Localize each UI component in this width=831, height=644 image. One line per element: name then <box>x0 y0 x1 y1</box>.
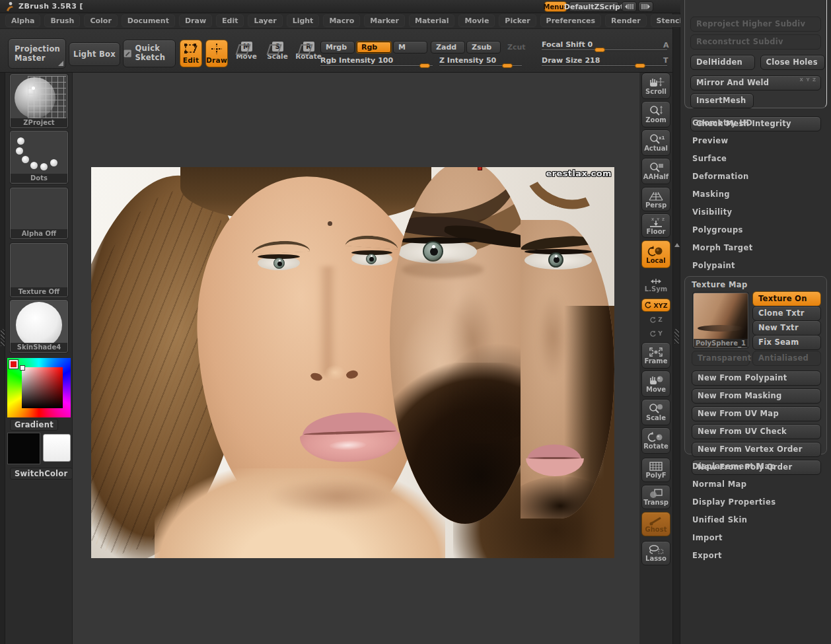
y-rotate-button[interactable]: Y <box>641 328 670 340</box>
menu-preferences[interactable]: Preferences <box>540 15 601 27</box>
section-import[interactable]: Import <box>684 528 827 546</box>
main-color-swatch[interactable] <box>7 433 40 464</box>
close-holes-button[interactable]: Close Holes <box>760 55 825 70</box>
draw-size-track[interactable] <box>542 65 667 66</box>
section-display-properties[interactable]: Display Properties <box>684 493 827 511</box>
zoom-button[interactable]: Zoom <box>641 101 670 127</box>
menu-alpha[interactable]: Alpha <box>5 15 40 27</box>
rgb-intensity-track[interactable] <box>320 65 433 66</box>
document-canvas[interactable]: erestlax.com <box>91 167 614 558</box>
aahalf-button[interactable]: AAHalf <box>641 158 670 184</box>
section-polypaint[interactable]: Polypaint <box>684 256 827 274</box>
z-rotate-button[interactable]: Z <box>641 314 670 326</box>
default-zscript-button[interactable]: DefaultZScript <box>569 1 619 12</box>
menu-document[interactable]: Document <box>122 15 175 27</box>
section-geometry-hd[interactable]: Geometry HD <box>684 114 827 131</box>
section-displacement-map[interactable]: Displacement Map <box>684 457 827 475</box>
rgb-intensity-handle[interactable] <box>419 63 430 68</box>
current-material-thumbnail[interactable]: SkinShade4 <box>10 300 68 353</box>
insertmesh-button[interactable]: InsertMesh <box>690 93 754 108</box>
section-surface[interactable]: Surface <box>684 149 827 167</box>
actual-button[interactable]: x1 Actual <box>641 129 670 156</box>
menu-layer[interactable]: Layer <box>248 15 282 27</box>
left-strip-grip[interactable] <box>1 329 5 346</box>
sv-cursor[interactable] <box>20 365 25 371</box>
z-intensity-handle[interactable] <box>502 63 513 68</box>
tray-scroll-left-button[interactable] <box>622 1 637 12</box>
section-export[interactable]: Export <box>684 546 827 564</box>
menu-light[interactable]: Light <box>287 15 320 27</box>
color-picker[interactable] <box>7 358 71 417</box>
new-txtr-button[interactable]: New Txtr <box>752 320 821 336</box>
menu-picker[interactable]: Picker <box>499 15 536 27</box>
secondary-color-swatch[interactable] <box>43 434 71 462</box>
menu-draw[interactable]: Draw <box>179 15 212 27</box>
section-morph-target[interactable]: Morph Target <box>684 238 827 256</box>
edit-button[interactable]: Edit <box>180 40 202 67</box>
lasso-button[interactable]: Lasso <box>641 541 670 565</box>
transp-button[interactable]: Transp <box>641 485 670 509</box>
rgb-button[interactable]: Rgb <box>356 41 392 54</box>
new-from-vertex-order-button[interactable]: New From Vertex Order <box>692 442 821 457</box>
focal-shift-slider[interactable]: Focal Shift 0 <box>542 40 667 52</box>
menu-movie[interactable]: Movie <box>458 15 495 27</box>
right-divider[interactable] <box>672 13 680 644</box>
transparent-button[interactable]: Transparent <box>692 351 750 366</box>
light-box-button[interactable]: Light Box <box>69 42 120 66</box>
xyz-button[interactable]: XYZ <box>641 299 670 312</box>
polyf-button[interactable]: PolyF <box>641 458 670 482</box>
new-from-uv-map-button[interactable]: New From UV Map <box>692 406 821 421</box>
focal-shift-handle[interactable] <box>595 48 605 52</box>
zadd-button[interactable]: Zadd <box>431 41 465 54</box>
gradient-label[interactable]: Gradient <box>10 419 58 431</box>
menu-macro[interactable]: Macro <box>323 15 360 27</box>
section-normal-map[interactable]: Normal Map <box>684 475 827 493</box>
menu-edit[interactable]: Edit <box>216 15 244 27</box>
delhidden-button[interactable]: DelHidden <box>690 55 755 70</box>
menu-material[interactable]: Material <box>409 15 454 27</box>
menu-marker[interactable]: Marker <box>364 15 405 27</box>
fix-seam-button[interactable]: Fix Seam <box>752 335 821 350</box>
new-from-masking-button[interactable]: New From Masking <box>692 388 821 404</box>
draw-size-slider[interactable]: Draw Size 218 <box>542 55 667 68</box>
scale-3d-button[interactable]: Scale <box>641 399 670 425</box>
reproject-higher-subdiv-button[interactable]: Reproject Higher Subdiv <box>690 17 821 32</box>
tray-scroll-right-button[interactable] <box>638 1 653 12</box>
section-visibility[interactable]: Visibility <box>684 203 827 221</box>
menu-color[interactable]: Color <box>84 15 117 27</box>
current-texture-thumbnail[interactable]: Texture Off <box>10 243 68 297</box>
document-area[interactable]: erestlax.com <box>73 73 639 644</box>
current-alpha-thumbnail[interactable]: Alpha Off <box>10 188 68 239</box>
zsub-button[interactable]: Zsub <box>466 41 501 54</box>
frame-button[interactable]: Frame <box>641 342 670 369</box>
antialiased-button[interactable]: Antialiased <box>752 351 821 366</box>
quick-sketch-button[interactable]: Quick Sketch <box>123 40 176 67</box>
scroll-button[interactable]: Scroll <box>641 73 670 99</box>
menu-render[interactable]: Render <box>605 15 647 27</box>
new-from-polypaint-button[interactable]: New From Polypaint <box>692 371 821 386</box>
new-from-uv-check-button[interactable]: New From UV Check <box>692 424 821 439</box>
texture-thumbnail[interactable]: PolySphere_1 <box>693 293 748 348</box>
draw-button[interactable]: Draw <box>205 40 228 67</box>
section-preview[interactable]: Preview <box>684 131 827 149</box>
texture-map-header[interactable]: Texture Map <box>685 277 826 291</box>
section-unified-skin[interactable]: Unified Skin <box>684 511 827 528</box>
left-edge-strip[interactable] <box>0 73 5 644</box>
rotate-3d-button[interactable]: Rotate <box>641 427 670 454</box>
projection-master-button[interactable]: Projection Master <box>8 38 66 69</box>
reconstruct-subdiv-button[interactable]: Reconstruct Subdiv <box>690 34 821 50</box>
local-button[interactable]: Local <box>641 240 670 268</box>
divider-arrow-up[interactable] <box>674 243 680 247</box>
m-button[interactable]: M <box>393 41 427 54</box>
section-masking[interactable]: Masking <box>684 185 827 203</box>
move-tool[interactable]: M Move <box>235 42 258 60</box>
zcut-button[interactable]: Zcut <box>502 41 531 54</box>
scale-tool[interactable]: S Scale <box>266 42 289 60</box>
persp-button[interactable]: Persp <box>641 187 670 211</box>
lsym-button[interactable]: L.Sym <box>641 275 670 295</box>
current-stroke-thumbnail[interactable]: Dots <box>10 131 68 184</box>
z-intensity-slider[interactable]: Z Intensity 50 <box>439 55 522 68</box>
divider-grip[interactable] <box>674 329 679 343</box>
rotate-tool[interactable]: R Rotate <box>297 42 320 60</box>
hue-cursor[interactable] <box>9 360 18 369</box>
